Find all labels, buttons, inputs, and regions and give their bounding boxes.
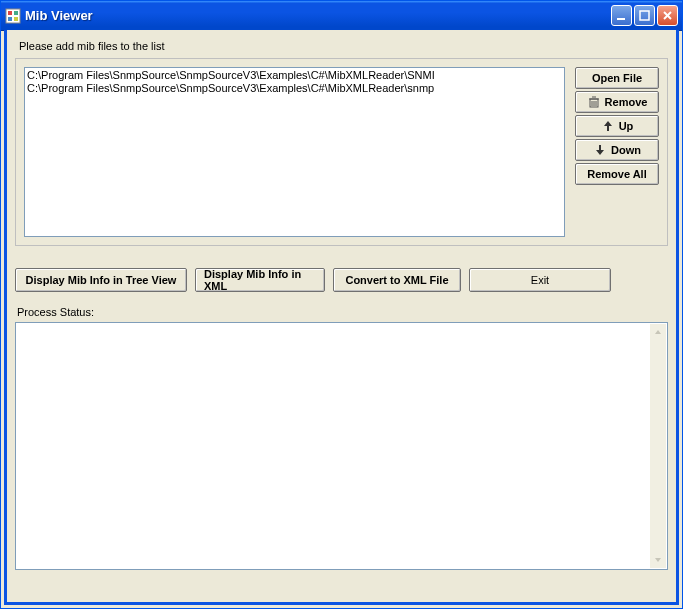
remove-button[interactable]: Remove (575, 91, 659, 113)
app-window: Mib Viewer Please add mib files to the l… (0, 0, 683, 609)
svg-marker-15 (604, 121, 612, 131)
minimize-button[interactable] (611, 5, 632, 26)
arrow-up-icon (601, 119, 615, 133)
svg-rect-3 (8, 17, 12, 21)
list-item[interactable]: C:\Program Files\SnmpSource\SnmpSourceV3… (27, 69, 562, 82)
remove-all-button[interactable]: Remove All (575, 163, 659, 185)
svg-rect-4 (14, 17, 18, 21)
list-item[interactable]: C:\Program Files\SnmpSource\SnmpSourceV3… (27, 82, 562, 95)
status-label: Process Status: (17, 306, 668, 318)
status-output[interactable] (15, 322, 668, 570)
close-button[interactable] (657, 5, 678, 26)
display-tree-view-button[interactable]: Display Mib Info in Tree View (15, 268, 187, 292)
display-xml-button[interactable]: Display Mib Info in XML (195, 268, 325, 292)
svg-rect-2 (14, 11, 18, 15)
client-area: Please add mib files to the list C:\Prog… (4, 30, 679, 605)
exit-button[interactable]: Exit (469, 268, 611, 292)
svg-marker-18 (655, 558, 661, 562)
svg-rect-5 (617, 18, 625, 20)
scrollbar[interactable] (650, 324, 666, 568)
convert-xml-button[interactable]: Convert to XML File (333, 268, 461, 292)
maximize-button[interactable] (634, 5, 655, 26)
status-output-wrap (15, 322, 668, 570)
instruction-label: Please add mib files to the list (19, 40, 668, 52)
app-icon (5, 8, 21, 24)
svg-marker-17 (655, 330, 661, 334)
open-file-button[interactable]: Open File (575, 67, 659, 89)
trash-icon (587, 95, 601, 109)
scroll-down-icon[interactable] (650, 552, 666, 568)
svg-marker-16 (596, 145, 604, 155)
arrow-down-icon (593, 143, 607, 157)
scroll-up-icon[interactable] (650, 324, 666, 340)
window-title: Mib Viewer (25, 8, 611, 23)
svg-rect-1 (8, 11, 12, 15)
file-group: C:\Program Files\SnmpSource\SnmpSourceV3… (15, 58, 668, 246)
file-listbox[interactable]: C:\Program Files\SnmpSource\SnmpSourceV3… (24, 67, 565, 237)
up-button[interactable]: Up (575, 115, 659, 137)
titlebar: Mib Viewer (1, 1, 682, 31)
window-controls (611, 5, 678, 26)
side-buttons: Open File Remove Up (575, 67, 659, 237)
svg-rect-6 (640, 11, 649, 20)
action-buttons-row: Display Mib Info in Tree View Display Mi… (15, 268, 668, 292)
down-button[interactable]: Down (575, 139, 659, 161)
